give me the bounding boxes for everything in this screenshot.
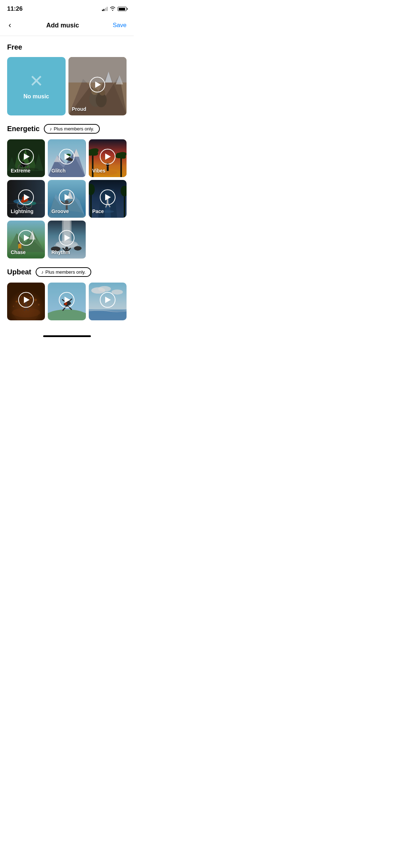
play-icon-rhythm <box>65 235 70 241</box>
tile-lightning-label: Lightning <box>11 208 34 214</box>
play-button-pace[interactable] <box>100 190 115 205</box>
status-bar: 11:26 <box>0 0 134 16</box>
section-free-header: Free <box>7 43 127 51</box>
tile-extreme-label: Extreme <box>11 168 30 174</box>
music-note-icon-upbeat: ♪ <box>41 269 44 275</box>
x-icon: ✕ <box>29 73 43 90</box>
play-button-glitch[interactable] <box>59 149 74 164</box>
play-icon-chase <box>24 235 30 241</box>
plus-members-badge-upbeat[interactable]: ♪ Plus members only. <box>36 267 92 277</box>
tile-rhythm-label: Rhythm <box>51 249 70 255</box>
play-button-rhythm[interactable] <box>59 230 74 246</box>
back-button[interactable]: ‹ <box>7 19 12 31</box>
tile-no-music[interactable]: ✕ No music <box>7 57 66 115</box>
play-button-upbeat1[interactable] <box>18 292 34 308</box>
no-music-label: No music <box>24 93 49 100</box>
tile-upbeat-2[interactable] <box>48 283 86 320</box>
tile-groove-label: Groove <box>51 208 69 214</box>
home-indicator <box>0 332 134 339</box>
section-free-title: Free <box>7 43 22 51</box>
plus-badge-label-energetic: Plus members only. <box>54 126 94 131</box>
tile-glitch[interactable]: Glitch <box>48 139 86 177</box>
play-button-groove[interactable] <box>59 190 74 205</box>
page-title: Add music <box>46 22 79 29</box>
play-button-extreme[interactable] <box>18 149 34 164</box>
play-icon-upbeat2 <box>65 296 70 303</box>
plus-members-badge-energetic[interactable]: ♪ Plus members only. <box>44 124 100 134</box>
play-button-vibes[interactable] <box>100 149 115 164</box>
play-icon-upbeat1 <box>24 296 30 303</box>
tile-lightning[interactable]: Lightning <box>7 180 45 218</box>
battery-icon <box>118 7 127 11</box>
play-icon-pace <box>105 194 111 201</box>
play-button-upbeat2[interactable] <box>59 292 74 308</box>
play-icon-vibes <box>105 153 111 160</box>
play-button-chase[interactable] <box>18 230 34 246</box>
tile-rhythm[interactable]: Rhythm <box>48 221 86 258</box>
play-icon-groove <box>65 194 70 201</box>
tile-glitch-label: Glitch <box>51 168 66 174</box>
section-upbeat: Upbeat ♪ Plus members only. <box>7 267 127 320</box>
tile-vibes-label: Vibes <box>92 168 106 174</box>
section-free: Free ✕ No music <box>7 43 127 115</box>
energetic-row-1: Extreme <box>7 139 127 177</box>
play-icon-upbeat3 <box>105 296 111 303</box>
play-button-lightning[interactable] <box>18 190 34 205</box>
status-time: 11:26 <box>7 5 22 12</box>
status-icons <box>102 6 127 12</box>
energetic-row-2: Lightning <box>7 180 127 218</box>
nav-header: ‹ Add music Save <box>0 16 134 36</box>
section-energetic-title: Energetic <box>7 125 40 133</box>
play-icon-glitch <box>65 153 70 160</box>
tile-pace[interactable]: Pace <box>89 180 127 218</box>
main-content: Free ✕ No music <box>0 36 134 329</box>
tile-vibes[interactable]: Vibes <box>89 139 127 177</box>
play-icon-extreme <box>24 153 30 160</box>
tile-chase-label: Chase <box>11 249 26 255</box>
tile-extreme[interactable]: Extreme <box>7 139 45 177</box>
section-energetic-header: Energetic ♪ Plus members only. <box>7 124 127 134</box>
play-icon-lightning <box>24 194 30 201</box>
play-button-upbeat3[interactable] <box>100 292 115 308</box>
section-upbeat-title: Upbeat <box>7 268 31 276</box>
tile-upbeat-3[interactable] <box>89 283 127 320</box>
empty-slot <box>89 221 127 258</box>
section-energetic: Energetic ♪ Plus members only. <box>7 124 127 259</box>
tile-chase[interactable]: Chase <box>7 221 45 258</box>
upbeat-grid <box>7 283 127 320</box>
home-bar <box>43 335 91 337</box>
tile-proud[interactable]: Proud <box>68 57 127 115</box>
section-upbeat-header: Upbeat ♪ Plus members only. <box>7 267 127 277</box>
tile-proud-label: Proud <box>72 106 86 112</box>
tile-groove[interactable]: Groove <box>48 180 86 218</box>
tile-pace-label: Pace <box>92 208 104 214</box>
music-note-icon: ♪ <box>50 126 52 131</box>
tile-upbeat-1[interactable] <box>7 283 45 320</box>
play-icon-proud <box>95 81 101 88</box>
wifi-icon <box>110 6 115 12</box>
save-button[interactable]: Save <box>113 22 127 29</box>
signal-icon <box>102 7 108 11</box>
free-grid: ✕ No music <box>7 57 127 115</box>
plus-badge-label-upbeat: Plus members only. <box>45 269 86 275</box>
energetic-row-3: Chase <box>7 221 127 258</box>
play-button-proud[interactable] <box>89 77 105 92</box>
